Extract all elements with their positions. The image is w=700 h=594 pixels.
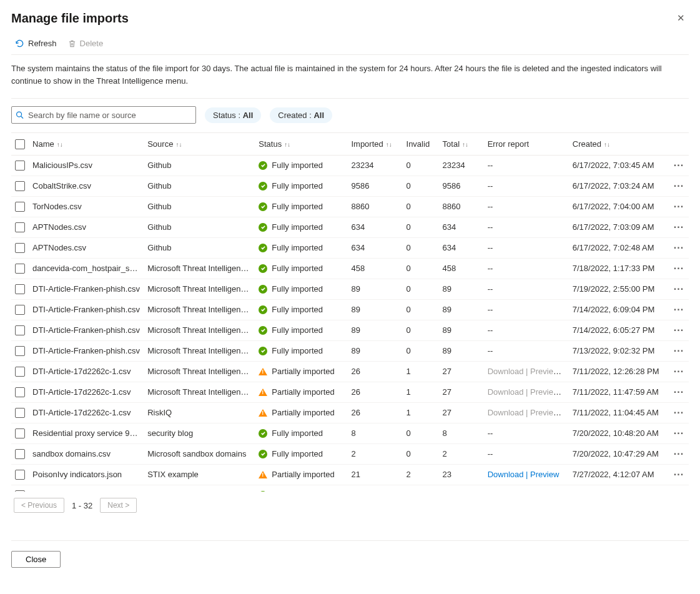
row-checkbox[interactable] xyxy=(15,408,25,418)
cell-source: Github xyxy=(144,176,255,196)
row-menu-button[interactable]: ··· xyxy=(669,485,689,492)
row-checkbox[interactable] xyxy=(15,449,25,459)
cell-source: STIX example xyxy=(144,464,255,485)
delete-label: Delete xyxy=(80,39,104,48)
column-header-name[interactable]: Name↑↓ xyxy=(29,133,144,155)
column-header-imported[interactable]: Imported↑↓ xyxy=(347,133,402,155)
cell-source: Microsoft Threat Intelligenc... xyxy=(144,361,255,382)
table-row[interactable]: DTI-Article-Franken-phish.csvMicrosoft T… xyxy=(11,320,689,340)
table-row[interactable]: TorNodes.csvGithubFully imported88600886… xyxy=(11,196,689,217)
cell-total: 89 xyxy=(439,320,484,340)
row-checkbox[interactable] xyxy=(15,325,25,335)
info-icon[interactable]: i xyxy=(561,369,568,376)
column-header-error[interactable]: Error report xyxy=(484,133,569,155)
column-header-created[interactable]: Created↑↓ xyxy=(569,133,669,155)
table-row[interactable]: DTI-Article-Franken-phish.csvMicrosoft T… xyxy=(11,340,689,361)
row-menu-button[interactable]: ··· xyxy=(669,217,689,237)
row-menu-button[interactable]: ··· xyxy=(669,196,689,217)
row-menu-button[interactable]: ··· xyxy=(669,299,689,320)
row-menu-button[interactable]: ··· xyxy=(669,320,689,340)
cell-name: TorNodes.csv xyxy=(29,196,144,217)
created-filter-pill[interactable]: Created : All xyxy=(270,107,332,123)
column-header-status[interactable]: Status↑↓ xyxy=(255,133,347,155)
row-checkbox[interactable] xyxy=(15,222,25,232)
refresh-label: Refresh xyxy=(28,39,57,48)
search-input[interactable] xyxy=(11,106,196,124)
table-row[interactable]: DTI-Article-17d2262c-1.csvRiskIQPartiall… xyxy=(11,402,689,423)
table-row[interactable]: CobaltStrike.csvGithubFully imported9586… xyxy=(11,176,689,196)
table-row[interactable]: DTI-Article-17d2262c-1.csvMicrosoft Thre… xyxy=(11,361,689,382)
column-header-invalid[interactable]: Invalid xyxy=(403,133,439,155)
status-filter-pill[interactable]: Status : All xyxy=(205,107,261,123)
download-link[interactable]: Download xyxy=(488,470,524,479)
row-checkbox[interactable] xyxy=(15,490,25,492)
row-checkbox[interactable] xyxy=(15,243,25,253)
row-menu-button[interactable]: ··· xyxy=(669,443,689,464)
next-page-button[interactable]: Next > xyxy=(100,498,137,513)
table-row[interactable]: Exchange proxyshell.jsonEHLO blogFully i… xyxy=(11,485,689,492)
cell-imported: 26 xyxy=(347,382,402,402)
table-row[interactable]: MaliciousIPs.csvGithubFully imported2323… xyxy=(11,155,689,176)
cell-status-text: Partially imported xyxy=(272,408,334,417)
close-button[interactable]: Close xyxy=(11,551,61,568)
info-icon[interactable]: i xyxy=(561,410,568,417)
table-scroll[interactable]: Name↑↓ Source↑↓ Status↑↓ Imported↑↓ Inva… xyxy=(11,132,689,492)
table-row[interactable]: DTI-Article-17d2262c-1.csvMicrosoft Thre… xyxy=(11,382,689,402)
previous-page-button[interactable]: < Previous xyxy=(14,498,64,513)
cell-status-text: Fully imported xyxy=(272,202,323,211)
cell-error-report: -- xyxy=(484,320,569,340)
table-row[interactable]: APTNodes.csvGithubFully imported6340634-… xyxy=(11,217,689,237)
cell-total: 23234 xyxy=(439,155,484,176)
row-menu-button[interactable]: ··· xyxy=(669,423,689,443)
close-icon[interactable]: ✕ xyxy=(673,9,689,27)
row-menu-button[interactable]: ··· xyxy=(669,464,689,485)
row-checkbox[interactable] xyxy=(15,346,25,356)
table-row[interactable]: DTI-Article-Franken-phish.csvMicrosoft T… xyxy=(11,279,689,299)
table-row[interactable]: PoisonIvy indicators.jsonSTIX examplePar… xyxy=(11,464,689,485)
row-checkbox[interactable] xyxy=(15,470,25,480)
row-menu-button[interactable]: ··· xyxy=(669,155,689,176)
row-menu-button[interactable]: ··· xyxy=(669,402,689,423)
download-link: Download xyxy=(488,367,524,376)
cell-invalid: 0 xyxy=(403,485,439,492)
preview-link: Preview xyxy=(530,408,561,417)
preview-link[interactable]: Preview xyxy=(530,470,559,479)
cell-imported: 23234 xyxy=(347,155,402,176)
select-all-checkbox[interactable] xyxy=(15,139,25,149)
table-row[interactable]: APTNodes.csvGithubFully imported6340634-… xyxy=(11,237,689,258)
row-menu-button[interactable]: ··· xyxy=(669,279,689,299)
table-row[interactable]: sandbox domains.csvMicrosoft sandbox dom… xyxy=(11,443,689,464)
row-menu-button[interactable]: ··· xyxy=(669,382,689,402)
row-menu-button[interactable]: ··· xyxy=(669,258,689,279)
refresh-button[interactable]: Refresh xyxy=(15,39,57,48)
row-checkbox[interactable] xyxy=(15,264,25,274)
column-header-source[interactable]: Source↑↓ xyxy=(144,133,255,155)
cell-invalid: 0 xyxy=(403,423,439,443)
cell-total: 23 xyxy=(439,464,484,485)
row-checkbox[interactable] xyxy=(15,181,25,191)
row-checkbox[interactable] xyxy=(15,284,25,294)
column-header-total[interactable]: Total↑↓ xyxy=(439,133,484,155)
success-icon xyxy=(259,347,267,355)
cell-total: 634 xyxy=(439,237,484,258)
row-checkbox[interactable] xyxy=(15,367,25,377)
cell-status-text: Fully imported xyxy=(272,428,323,438)
row-checkbox[interactable] xyxy=(15,387,25,397)
row-checkbox[interactable] xyxy=(15,161,25,171)
row-checkbox[interactable] xyxy=(15,202,25,212)
table-row[interactable]: DTI-Article-Franken-phish.csvMicrosoft T… xyxy=(11,299,689,320)
row-menu-button[interactable]: ··· xyxy=(669,237,689,258)
cell-invalid: 1 xyxy=(403,402,439,423)
table-row[interactable]: Residential proxy service 911....securit… xyxy=(11,423,689,443)
table-row[interactable]: dancevida-com_hostpair_sen...Microsoft T… xyxy=(11,258,689,279)
cell-error-report: -- xyxy=(484,155,569,176)
row-checkbox[interactable] xyxy=(15,305,25,315)
row-menu-button[interactable]: ··· xyxy=(669,361,689,382)
info-icon[interactable]: i xyxy=(561,389,568,397)
cell-created: 7/20/2022, 10:47:29 AM xyxy=(569,443,669,464)
cell-invalid: 0 xyxy=(403,279,439,299)
cell-imported: 21 xyxy=(347,464,402,485)
row-menu-button[interactable]: ··· xyxy=(669,340,689,361)
row-checkbox[interactable] xyxy=(15,428,25,438)
row-menu-button[interactable]: ··· xyxy=(669,176,689,196)
